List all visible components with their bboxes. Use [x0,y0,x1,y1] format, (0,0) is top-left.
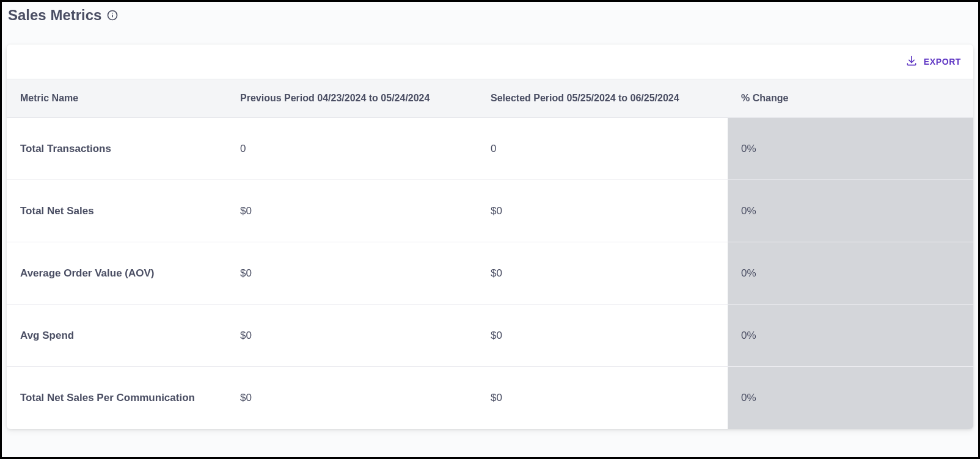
previous-period-cell: $0 [227,180,477,242]
col-pct-change: % Change [728,93,973,104]
previous-period-cell: $0 [227,305,477,366]
previous-period-cell: $0 [227,242,477,304]
page-heading: Sales Metrics [8,7,973,24]
col-previous-period: Previous Period 04/23/2024 to 05/24/2024 [227,93,477,104]
info-icon[interactable] [106,9,119,21]
card-toolbar: EXPORT [7,45,973,79]
selected-period-cell: $0 [477,367,728,429]
table-row: Total Transactions000% [7,118,973,180]
download-icon [905,55,918,69]
metric-name-cell: Total Transactions [7,118,227,179]
table-row: Avg Spend$0$00% [7,305,973,367]
selected-period-cell: $0 [477,180,728,242]
selected-period-cell: $0 [477,242,728,304]
pct-change-cell: 0% [728,242,973,304]
svg-point-2 [112,13,114,14]
metric-name-cell: Total Net Sales Per Communication [7,367,227,429]
selected-period-cell: $0 [477,305,728,366]
metrics-card: EXPORT Metric Name Previous Period 04/23… [7,45,973,429]
metric-name-cell: Average Order Value (AOV) [7,242,227,304]
metric-name-cell: Avg Spend [7,305,227,366]
table-row: Total Net Sales Per Communication$0$00% [7,367,973,429]
metric-name-cell: Total Net Sales [7,180,227,242]
export-button[interactable]: EXPORT [905,55,961,69]
table-header: Metric Name Previous Period 04/23/2024 t… [7,79,973,118]
page-container: Sales Metrics EXPORT [2,2,978,435]
pct-change-cell: 0% [728,118,973,179]
table-body: Total Transactions000%Total Net Sales$0$… [7,118,973,429]
col-selected-period: Selected Period 05/25/2024 to 06/25/2024 [477,93,728,104]
pct-change-cell: 0% [728,305,973,366]
selected-period-cell: 0 [477,118,728,179]
export-button-label: EXPORT [924,57,961,67]
pct-change-cell: 0% [728,180,973,242]
table-row: Total Net Sales$0$00% [7,180,973,242]
previous-period-cell: 0 [227,118,477,179]
page-title: Sales Metrics [8,7,101,24]
previous-period-cell: $0 [227,367,477,429]
table-row: Average Order Value (AOV)$0$00% [7,242,973,305]
col-metric-name: Metric Name [7,93,227,104]
pct-change-cell: 0% [728,367,973,429]
